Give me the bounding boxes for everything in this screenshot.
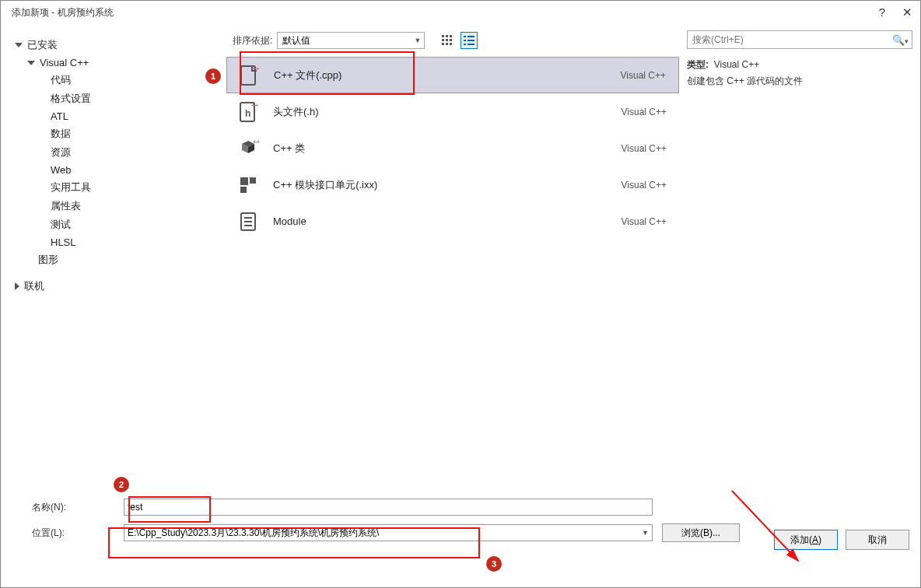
tree-online[interactable]: 联机	[15, 277, 219, 296]
svg-rect-22	[250, 177, 256, 184]
annotation-badge-3: 3	[486, 556, 502, 572]
svg-rect-23	[240, 187, 247, 193]
type-description: 创建包含 C++ 源代码的文件	[687, 75, 912, 88]
svg-rect-13	[464, 44, 466, 45]
chevron-down-icon	[27, 61, 35, 65]
template-name: C++ 类	[273, 142, 622, 156]
tree-item-format[interactable]: 格式设置	[15, 89, 219, 108]
tree-item-test[interactable]: 测试	[15, 215, 219, 234]
svg-rect-3	[442, 39, 444, 41]
tree-item-resource[interactable]: 资源	[15, 143, 219, 162]
cancel-button[interactable]: 取消	[846, 530, 909, 550]
template-lang: Visual C++	[622, 143, 667, 154]
type-label: 类型: Visual C++	[687, 58, 912, 72]
template-list: ++ C++ 文件(.cpp) Visual C++ h++ 头文件(.h) V…	[226, 52, 679, 488]
template-cpp-file[interactable]: ++ C++ 文件(.cpp) Visual C++	[226, 57, 679, 93]
svg-rect-8	[450, 43, 452, 45]
annotation-badge-2: 2	[114, 477, 129, 492]
svg-text:++: ++	[251, 102, 259, 109]
module-interface-icon	[236, 173, 261, 198]
tree-item-atl[interactable]: ATL	[15, 108, 219, 124]
svg-rect-6	[442, 43, 444, 45]
help-icon[interactable]: ?	[879, 5, 885, 19]
location-input[interactable]: E:\Cpp_Study\2023.3月\23.3.30\机房预约系统\机房预约…	[124, 524, 653, 541]
svg-rect-14	[468, 44, 475, 45]
template-module[interactable]: Module Visual C++	[226, 203, 679, 240]
browse-button[interactable]: 浏览(B)...	[662, 523, 740, 542]
template-cpp-class[interactable]: ++ C++ 类 Visual C++	[226, 130, 679, 166]
svg-rect-11	[464, 40, 466, 41]
svg-rect-5	[450, 39, 452, 41]
bottom-form: 名称(N): 位置(L): E:\Cpp_Study\2023.3月\23.3.…	[1, 488, 920, 561]
svg-text:h: h	[245, 108, 250, 119]
template-lang: Visual C++	[622, 180, 667, 191]
location-label: 位置(L):	[32, 527, 124, 540]
sort-label: 排序依据:	[233, 34, 272, 47]
sort-dropdown[interactable]: 默认值 ▼	[277, 32, 425, 49]
tree-item-propsheet[interactable]: 属性表	[15, 197, 219, 215]
search-icon[interactable]: 🔍▾	[892, 34, 909, 46]
annotation-badge-1: 1	[205, 68, 221, 84]
template-name: C++ 文件(.cpp)	[274, 68, 621, 82]
svg-rect-2	[450, 35, 452, 37]
template-lang: Visual C++	[622, 107, 667, 117]
template-name: Module	[273, 215, 622, 227]
svg-rect-10	[468, 36, 475, 37]
search-box[interactable]: 🔍▾	[687, 30, 912, 49]
tree-visual-cpp[interactable]: Visual C++	[15, 54, 219, 71]
title-bar: 添加新项 - 机房预约系统 ? ✕	[1, 1, 920, 24]
svg-rect-7	[446, 43, 448, 45]
header-file-icon: h++	[236, 100, 261, 124]
template-lang: Visual C++	[622, 216, 667, 227]
tree-item-utility[interactable]: 实用工具	[15, 178, 219, 197]
template-lang: Visual C++	[621, 70, 666, 81]
name-input[interactable]	[124, 499, 653, 516]
list-view-icon[interactable]	[460, 32, 478, 49]
name-label: 名称(N):	[32, 501, 124, 514]
chevron-down-icon[interactable]: ▼	[642, 529, 649, 537]
close-icon[interactable]: ✕	[902, 5, 912, 19]
add-button[interactable]: 添加(A)	[774, 530, 838, 550]
tree-item-web[interactable]: Web	[15, 162, 219, 178]
svg-rect-0	[442, 35, 444, 37]
search-input[interactable]	[692, 34, 892, 45]
svg-rect-1	[446, 35, 448, 37]
grid-view-icon[interactable]	[439, 32, 456, 49]
svg-rect-4	[446, 39, 448, 41]
tree-item-data[interactable]: 数据	[15, 124, 219, 143]
template-name: 头文件(.h)	[273, 105, 622, 119]
svg-text:++: ++	[253, 138, 259, 145]
cpp-file-icon: ++	[236, 63, 261, 88]
category-sidebar: 已安装 Visual C++ 代码 格式设置 ATL 数据 资源 Web 实用工…	[1, 24, 226, 488]
tree-graphics[interactable]: 图形	[15, 250, 219, 269]
chevron-down-icon: ▼	[414, 37, 421, 44]
svg-rect-9	[464, 36, 466, 37]
chevron-right-icon	[15, 282, 19, 290]
template-module-interface[interactable]: C++ 模块接口单元(.ixx) Visual C++	[226, 166, 679, 203]
module-icon	[236, 209, 261, 234]
template-name: C++ 模块接口单元(.ixx)	[273, 178, 622, 192]
template-header-file[interactable]: h++ 头文件(.h) Visual C++	[226, 93, 679, 130]
window-title: 添加新项 - 机房预约系统	[12, 6, 114, 19]
sort-bar: 排序依据: 默认值 ▼	[226, 24, 679, 52]
svg-text:++: ++	[252, 65, 260, 72]
chevron-down-icon	[15, 43, 23, 47]
tree-item-code[interactable]: 代码	[15, 71, 219, 89]
svg-rect-21	[240, 177, 248, 185]
svg-rect-12	[468, 40, 475, 41]
tree-item-hlsl[interactable]: HLSL	[15, 234, 219, 250]
details-panel: 🔍▾ 类型: Visual C++ 创建包含 C++ 源代码的文件	[679, 24, 920, 488]
tree-installed[interactable]: 已安装	[15, 36, 219, 54]
cpp-class-icon: ++	[236, 136, 261, 161]
